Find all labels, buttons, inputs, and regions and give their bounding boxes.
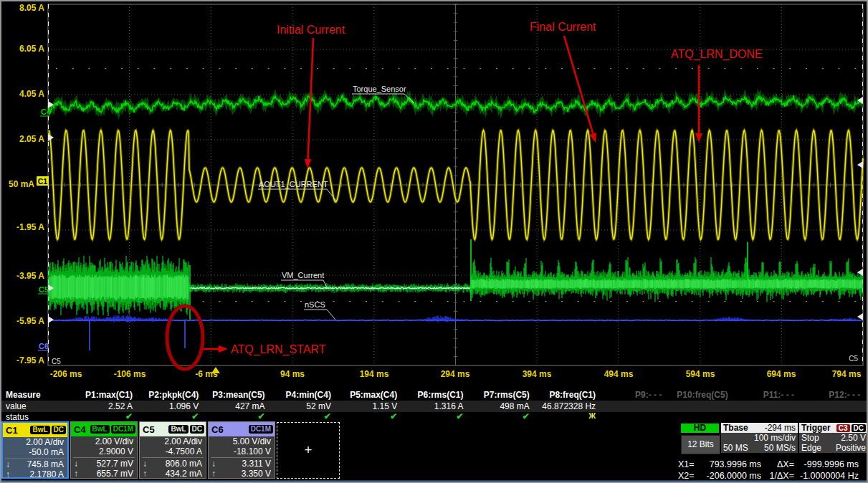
measure-header-7[interactable]: P7:rms(C5) — [464, 390, 532, 400]
channel-max: ↑3.350 V — [209, 469, 275, 479]
y-axis-label: -5.95 A — [16, 316, 44, 326]
x-axis-label: 394 ms — [523, 369, 552, 379]
c5-channel-label: C5 — [39, 285, 49, 294]
channel-box-c1[interactable]: C1BwLDC2.00 A/div-50.0 mA↓745.8 mA↑2.178… — [1, 421, 69, 479]
channel-min: ↓806.0 mA — [140, 459, 206, 469]
channel-min: ↓3.311 V — [209, 459, 275, 469]
y-axis-label: 4.05 A — [19, 89, 44, 99]
measure-value-8: 46.872328 Hz — [530, 401, 598, 411]
channel-offset: 2.9000 V — [71, 446, 137, 456]
trigger-mode: Stop — [801, 433, 819, 443]
tbase-delay: -294 ms — [765, 423, 796, 433]
label-aout1-current: AOUT1_CURRENT — [259, 180, 328, 188]
x-axis-label: 494 ms — [604, 369, 634, 379]
channel-box-c6[interactable]: C6DC1M5.00 V/div-18.100 V↓3.311 V↑3.350 … — [208, 421, 275, 479]
channel-chip-bwl: BwL — [30, 426, 49, 434]
add-trace-box[interactable]: + — [277, 422, 340, 479]
down-arrow-icon: ↓ — [6, 459, 10, 469]
measure-status-6-check-icon: ✔ — [398, 411, 466, 421]
channel-min: ↓527.7 mV — [71, 459, 137, 469]
label-torque-sensor: Torque_Sensor — [353, 85, 406, 93]
up-arrow-icon: ↑ — [74, 469, 78, 479]
measure-table: Measure value status P1:max(C1)2.52 A✔P2… — [0, 388, 868, 421]
c4-channel-label: C4 — [41, 107, 52, 116]
channel-chip-dc1m: DC1M — [249, 425, 273, 434]
measure-header-10[interactable]: P10:freq(C5) — [662, 390, 730, 400]
measure-status-4-check-icon: ✔ — [265, 411, 333, 421]
y-axis-label: 2.05 A — [19, 134, 44, 144]
measure-value-2: 1.096 V — [133, 401, 201, 411]
measure-header-9[interactable]: P9:- - - — [596, 390, 664, 400]
channel-scale: 2.00 A/div — [140, 436, 206, 446]
measure-header-12[interactable]: P12:- - - — [794, 390, 862, 400]
down-arrow-icon: ↓ — [211, 459, 216, 469]
x-axis-label: 794 ms — [832, 369, 862, 379]
trigger-source-chip: C3 — [836, 424, 850, 432]
label-nscs: nSCS — [305, 300, 325, 309]
status-row-label: status — [6, 412, 63, 422]
measure-value-7: 498 mA — [464, 401, 532, 411]
trigger-box[interactable]: Trigger C3 DC Stop2.50 V EdgePositive — [799, 423, 868, 454]
value-row-label: value — [6, 401, 63, 411]
c6-channel-label: C6 — [39, 342, 49, 350]
channel-chip-bwl: BwL — [168, 425, 188, 434]
up-arrow-icon: ↑ — [143, 469, 147, 479]
down-arrow-icon: ↓ — [74, 459, 78, 469]
tbase-title: Tbase — [723, 423, 748, 433]
measure-row-label: Measure — [6, 390, 63, 400]
measure-value-5: 1.15 V — [331, 401, 399, 411]
up-arrow-icon: ↑ — [6, 469, 10, 479]
channel-box-c4[interactable]: C4BwLDC1M2.00 V/div2.9000 V↓527.7 mV↑655… — [70, 421, 138, 479]
channel-chip-dc1m: DC1M — [111, 425, 135, 434]
trigger-slope: Positive — [836, 443, 866, 453]
annotation-initial-current: Initial Current — [277, 24, 345, 36]
channel-offset: -50.0 mA — [3, 447, 67, 457]
measure-value-3: 427 mA — [199, 401, 267, 411]
measure-header-2[interactable]: P2:pkpk(C4) — [133, 390, 201, 400]
channel-chip-dc: DC — [52, 426, 66, 434]
channel-offset: -4.7500 A — [140, 446, 206, 456]
measure-status-5-check-icon: ✔ — [331, 411, 399, 421]
measure-status-2-check-icon: ✔ — [133, 411, 201, 421]
y-axis-label: 50 mA — [9, 179, 34, 189]
channel-id-label: C4 — [74, 424, 86, 435]
hd-mode-badge[interactable]: HD — [681, 424, 719, 433]
measure-header-11[interactable]: P11:- - - — [728, 390, 796, 400]
channel-box-c5[interactable]: C5BwLDC2.00 A/div-4.7500 A↓806.0 mA↑434.… — [139, 421, 206, 479]
channel-min: ↓745.8 mA — [3, 459, 67, 469]
y-axis-label: 8.05 A — [19, 3, 44, 13]
measure-header-6[interactable]: P6:rms(C1) — [398, 390, 466, 400]
measure-value-1: 2.52 A — [67, 401, 135, 411]
channel-scale: 5.00 V/div — [209, 436, 275, 446]
channel-scale: 2.00 A/div — [3, 437, 67, 447]
timebase-box[interactable]: Tbase -294 ms 100 ms/div 50 MS50 MS/s — [721, 423, 798, 454]
x1-label: X1= — [678, 459, 704, 470]
c1-channel-label: C1 — [38, 177, 48, 186]
cursor-readout: X1= 793.9996 ms ΔX= -999.9996 ms X2= -20… — [678, 459, 860, 482]
trigger-level: 2.50 V — [841, 433, 866, 443]
plus-icon: + — [305, 443, 313, 458]
measure-status-8-warn-icon: Ж — [530, 411, 598, 420]
measure-status-7-check-icon: ✔ — [464, 411, 532, 421]
annotation-final-current: Final Current — [530, 21, 596, 33]
bits-badge[interactable]: 12 Bits — [681, 435, 720, 454]
tbase-rate: 50 MS/s — [764, 443, 796, 453]
y-axis-label: -1.95 A — [16, 222, 44, 232]
x-axis-label: -206 ms — [50, 369, 82, 379]
channel-id-label: C6 — [211, 424, 224, 435]
measure-header-4[interactable]: P4:min(C4) — [265, 390, 333, 400]
tbase-scale: 100 ms/div — [754, 433, 796, 443]
channel-max: ↑2.1780 A — [3, 469, 67, 479]
measure-header-8[interactable]: P8:freq(C1) — [530, 390, 598, 400]
measure-header-5[interactable]: P5:max(C4) — [331, 390, 399, 400]
measure-value-4: 52 mV — [265, 401, 333, 411]
tbase-samples: 50 MS — [723, 443, 748, 453]
trigger-title: Trigger — [801, 423, 831, 433]
dx-label: ΔX= — [761, 459, 794, 470]
x-axis-label: -6 ms — [195, 369, 218, 379]
up-arrow-icon: ↑ — [211, 469, 216, 479]
measure-header-3[interactable]: P3:mean(C5) — [199, 390, 267, 400]
measure-header-1[interactable]: P1:max(C1) — [67, 390, 135, 400]
x-axis-label: 594 ms — [686, 369, 715, 379]
x1-value: 793.9996 ms — [704, 459, 761, 470]
